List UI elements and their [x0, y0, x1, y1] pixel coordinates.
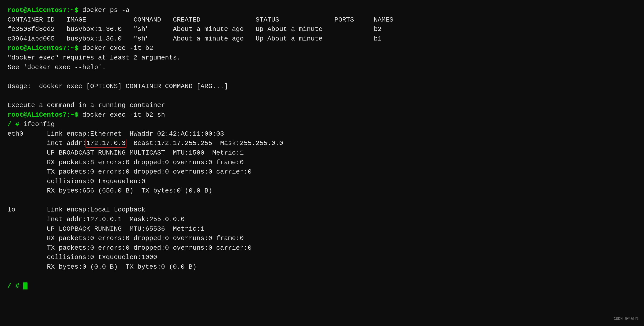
line-eth0-line6: collisions:0 txqueuelen:0: [8, 177, 636, 186]
line-lo-line6: collisions:0 txqueuelen:1000: [8, 253, 636, 262]
prompt-text: root@ALiCentos7:~$: [8, 44, 82, 52]
line-final-prompt: / #: [8, 281, 636, 291]
command-text: docker exec -it b2: [82, 44, 153, 52]
line-row2: c39641abd005 busybox:1.36.0 "sh" About a…: [8, 34, 636, 44]
line-ifconfig-cmd: / # ifconfig: [8, 120, 636, 129]
line-desc: Execute a command in a running container: [8, 101, 636, 110]
prompt-text: root@ALiCentos7:~$: [8, 6, 82, 14]
watermark: CSDN @中帅包: [614, 317, 638, 322]
line-lo-line2: inet addr:127.0.0.1 Mask:255.0.0.0: [8, 215, 636, 224]
command-text: ifconfig: [23, 121, 54, 128]
line-err1: "docker exec" requires at least 2 argume…: [8, 53, 636, 63]
line-cmd-exec-b2-sh: root@ALiCentos7:~$ docker exec -it b2 sh: [8, 110, 636, 120]
line-row1: fe3508fd8ed2 busybox:1.36.0 "sh" About a…: [8, 24, 636, 34]
prompt-text: root@ALiCentos7:~$: [8, 111, 82, 118]
line-lo-line1: lo Link encap:Local Loopback: [8, 205, 636, 215]
command-text: docker exec -it b2 sh: [82, 111, 165, 118]
line-cmd-docker-ps: root@ALiCentos7:~$ docker ps -a: [8, 5, 636, 15]
prompt-text: / #: [8, 282, 23, 290]
line-usage: Usage: docker exec [OPTIONS] CONTAINER C…: [8, 82, 636, 91]
line-eth0-line3: UP BROADCAST RUNNING MULTICAST MTU:1500 …: [8, 148, 636, 158]
line-blank3: [8, 196, 636, 205]
line-header-row: CONTAINER ID IMAGE COMMAND CREATED STATU…: [8, 15, 636, 25]
line-eth0-line1: eth0 Link encap:Ethernet HWaddr 02:42:AC…: [8, 129, 636, 139]
line-lo-line4: RX packets:0 errors:0 dropped:0 overruns…: [8, 234, 636, 243]
terminal: root@ALiCentos7:~$ docker ps -aCONTAINER…: [8, 5, 636, 291]
line-cmd-exec-b2: root@ALiCentos7:~$ docker exec -it b2: [8, 43, 636, 53]
line-err2: See 'docker exec --help'.: [8, 63, 636, 72]
line-lo-line3: UP LOOPBACK RUNNING MTU:65536 Metric:1: [8, 224, 636, 234]
cursor: [23, 283, 28, 290]
ip-address-highlight: 172.17.0.3: [86, 140, 126, 147]
line-blank1: [8, 72, 636, 82]
line-blank4: [8, 272, 636, 282]
command-text: docker ps -a: [82, 6, 130, 14]
line-lo-line5: TX packets:0 errors:0 dropped:0 overruns…: [8, 243, 636, 253]
line-eth0-line4: RX packets:8 errors:0 dropped:0 overruns…: [8, 158, 636, 167]
line-eth0-line5: TX packets:0 errors:0 dropped:0 overruns…: [8, 167, 636, 177]
line-lo-line7: RX bytes:0 (0.0 B) TX bytes:0 (0.0 B): [8, 262, 636, 272]
prompt-text: / #: [8, 121, 23, 128]
line-eth0-line2: inet addr:172.17.0.3 Bcast:172.17.255.25…: [8, 139, 636, 148]
line-eth0-line7: RX bytes:656 (656.0 B) TX bytes:0 (0.0 B…: [8, 186, 636, 196]
line-blank2: [8, 91, 636, 101]
